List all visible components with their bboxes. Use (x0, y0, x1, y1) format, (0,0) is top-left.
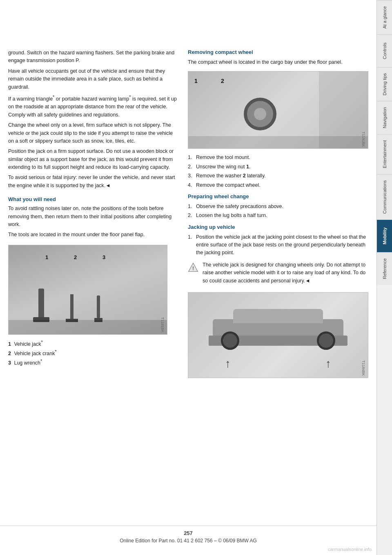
arrow-left: ↑ (225, 357, 231, 370)
page-footer: 257 Online Edition for Part no. 01 41 2 … (0, 526, 376, 544)
footer-text: Online Edition for Part no. 01 41 2 602 … (0, 538, 376, 544)
preparing-step-2: 2. Loosen the lug bolts a half turn. (188, 212, 368, 219)
removing-step-4: 4. Remove the compact wheel. (188, 181, 368, 189)
what-you-will-need-para-1: To avoid rattling noises later on, note … (8, 205, 180, 228)
tool-label-2: 2 (74, 254, 77, 260)
removing-compact-wheel-text: The compact wheel is located in the carg… (188, 58, 368, 66)
removing-compact-wheel-heading: Removing compact wheel (188, 49, 368, 55)
vehicle-jacking-image: ↑ ↑ T1184BK (188, 292, 368, 378)
intro-para-1: ground. Switch on the hazard warning fla… (8, 49, 180, 65)
sidebar-tab-reference[interactable]: Reference (377, 252, 392, 285)
removing-step-3: 3. Remove the washer 2 laterally. (188, 172, 368, 180)
sidebar-tab-communications[interactable]: Communications (377, 174, 392, 219)
footnote-item-1: 1 Vehicle jack* (8, 339, 180, 348)
left-column: ground. Switch on the hazard warning fla… (8, 49, 180, 530)
right-column: Removing compact wheel The compact wheel… (188, 49, 368, 530)
warning-box: ! The vehicle jack is designed for chang… (188, 261, 368, 287)
wheel-label-2: 2 (221, 78, 224, 84)
what-you-will-need-para-2: The tools are located in the mount under… (8, 231, 180, 239)
removing-step-2: 2. Unscrew the wing nut 1. (188, 163, 368, 171)
tool-label-3: 3 (102, 254, 105, 260)
intro-para-2: Have all vehicle occupants get out of th… (8, 67, 180, 91)
jacking-steps-list: 1. Position the vehicle jack at the jack… (188, 233, 368, 257)
removing-step-1: 1. Remove the tool mount. (188, 154, 368, 161)
warning-text: The vehicle jack is designed for changin… (203, 261, 368, 285)
sidebar-tab-mobility[interactable]: Mobility (377, 219, 392, 252)
sidebar-tab-driving-tips[interactable]: Driving tips (377, 67, 392, 101)
removing-steps-list: 1. Remove the tool mount. 2. Unscrew the… (188, 154, 368, 189)
sidebar-tab-navigation[interactable]: Navigation (377, 101, 392, 134)
compact-wheel-img-code: T1191BK (361, 132, 365, 147)
compact-wheel-image: 1 2 T1191BK (188, 71, 368, 149)
intro-para-4: Change the wheel only on a level, firm s… (8, 121, 180, 145)
intro-para-3: If a warning triangle* or portable hazar… (8, 94, 180, 119)
footnote-item-2: 2 Vehicle jack crank* (8, 348, 180, 358)
watermark: carmanualsonline.info (328, 547, 372, 552)
sidebar-tab-at-a-glance[interactable]: At a glance (377, 0, 392, 34)
warning-icon: ! (188, 262, 198, 273)
preparing-steps-list: 1. Observe the safety precautions above.… (188, 203, 368, 220)
tools-img-code: T1181BK (160, 317, 165, 333)
tool-label-1: 1 (45, 254, 48, 260)
jacking-step-1: 1. Position the vehicle jack at the jack… (188, 233, 368, 257)
sidebar-tab-entertainment[interactable]: Entertainment (377, 134, 392, 174)
svg-text:!: ! (192, 266, 194, 271)
page-number: 257 (0, 530, 376, 536)
preparing-wheel-change-heading: Preparing wheel change (188, 193, 368, 199)
preparing-step-1: 1. Observe the safety precautions above. (188, 203, 368, 210)
vehicle-img-code: T1184BK (361, 360, 365, 376)
intro-para-6: To avoid serious or fatal injury: never … (8, 174, 180, 190)
sidebar: At a glance Controls Driving tips Naviga… (376, 0, 392, 555)
what-you-will-need-heading: What you will need (8, 196, 180, 202)
sidebar-tab-controls[interactable]: Controls (377, 34, 392, 67)
wheel-label-1: 1 (194, 78, 198, 84)
tools-image: 1 2 3 (8, 245, 167, 335)
footnote-item-3: 3 Lug wrench* (8, 358, 180, 367)
jacking-up-vehicle-heading: Jacking up vehicle (188, 224, 368, 230)
arrow-right: ↑ (325, 357, 331, 370)
footnote-list: 1 Vehicle jack* 2 Vehicle jack crank* 3 … (8, 339, 180, 367)
intro-para-5: Position the jack on a firm support surf… (8, 148, 180, 171)
